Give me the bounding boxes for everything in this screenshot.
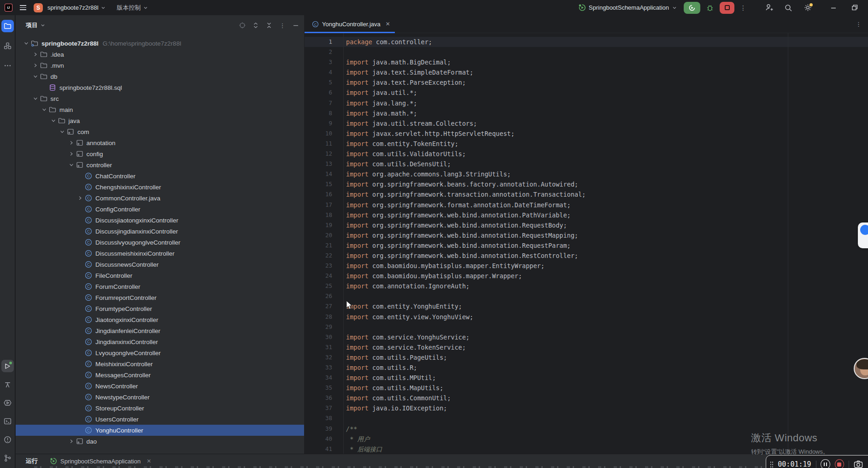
code-line[interactable]: 18import org.springframework.web.bind.an… (305, 210, 868, 220)
tree-item-springboote7z2r88l[interactable]: springboote7z2r88lG:\home\springboote7z2… (16, 38, 304, 49)
code-line[interactable]: 40 * 用户 (305, 434, 868, 444)
edge-floating-widget[interactable] (858, 222, 868, 248)
main-menu-button[interactable] (17, 2, 29, 14)
run-tab-close-icon[interactable]: ✕ (147, 458, 151, 464)
chevron-expanded-icon[interactable] (69, 162, 74, 168)
tree-item-meishixinxicontroller[interactable]: CMeishixinxiController (16, 358, 304, 369)
tree-item-lvyougonglvecontroller[interactable]: CLvyougonglveController (16, 347, 304, 358)
code-line[interactable]: 33import com.utils.R; (305, 363, 868, 373)
chevron-collapsed-icon[interactable] (69, 151, 74, 157)
code-line[interactable]: 19import org.springframework.web.bind.an… (305, 220, 868, 230)
tab-close-icon[interactable]: ✕ (386, 21, 390, 27)
tree-item-messagescontroller[interactable]: CMessagesController (16, 369, 304, 380)
tree-item-forumreportcontroller[interactable]: CForumreportController (16, 292, 304, 303)
search-everywhere-button[interactable] (782, 2, 794, 14)
expand-all-button[interactable] (251, 21, 260, 30)
chevron-collapsed-icon[interactable] (33, 63, 38, 68)
tree-item-discusslvyougonglvecontroller[interactable]: CDiscusslvyougonglveController (16, 237, 304, 248)
stop-button[interactable] (720, 2, 734, 14)
code-line[interactable]: 8import java.math.*; (305, 108, 868, 118)
tree-item-storeupcontroller[interactable]: CStoreupController (16, 403, 304, 414)
code-line[interactable]: 16import org.springframework.transaction… (305, 189, 868, 199)
code-line[interactable]: 41 * 后端接口 (305, 444, 868, 454)
chevron-collapsed-icon[interactable] (33, 52, 38, 57)
code-line[interactable]: 21import org.springframework.web.bind.an… (305, 240, 868, 251)
tree-item-discussnewscontroller[interactable]: CDiscussnewsController (16, 259, 304, 270)
tree-item-main[interactable]: main (16, 104, 304, 115)
run-tool-window-title[interactable]: 运行 (26, 457, 38, 465)
drag-handle[interactable] (770, 461, 773, 468)
tree-item-newscontroller[interactable]: CNewsController (16, 380, 304, 392)
code-line[interactable]: 27import com.entity.YonghuEntity; (305, 301, 868, 311)
restore-window-button[interactable] (848, 2, 862, 14)
code-line[interactable]: 32import com.utils.PageUtils; (305, 352, 868, 363)
locate-file-button[interactable] (238, 21, 247, 30)
run-tab-springbootschemaapplication[interactable]: SpringbootSchemaApplication ✕ (50, 457, 151, 465)
code-line[interactable]: 25import com.annotation.IgnoreAuth; (305, 281, 868, 291)
stop-recording-button[interactable] (835, 459, 844, 468)
tree-item-discussmeishixinxicontroller[interactable]: CDiscussmeishixinxiController (16, 248, 304, 259)
code-line[interactable]: 17import org.springframework.format.anno… (305, 200, 868, 210)
code-line[interactable]: 20import org.springframework.web.bind.an… (305, 230, 868, 240)
code-line[interactable]: 28import com.entity.view.YonghuView; (305, 312, 868, 322)
chevron-expanded-icon[interactable] (33, 96, 38, 101)
tree-item-springboote7z2r88l-sql[interactable]: springboote7z2r88l.sql (16, 82, 304, 93)
code-line[interactable]: 14import org.apache.commons.lang3.String… (305, 169, 868, 179)
code-line[interactable]: 26 (305, 291, 868, 301)
tool-services-button[interactable] (1, 397, 14, 409)
tree-item-java[interactable]: java (16, 115, 304, 126)
code-line[interactable]: 10import javax.servlet.http.HttpServletR… (305, 129, 868, 139)
chevron-collapsed-icon[interactable] (77, 195, 83, 201)
tree-item-configcontroller[interactable]: CConfigController (16, 204, 304, 215)
code-line[interactable]: 30import com.service.YonghuService; (305, 332, 868, 342)
tree-item-dao[interactable]: dao (16, 436, 304, 447)
screenshot-button[interactable] (854, 460, 863, 468)
project-name-widget[interactable]: springboote7z2r88l (47, 4, 106, 11)
chevron-expanded-icon[interactable] (59, 129, 65, 135)
pause-recording-button[interactable] (821, 459, 830, 468)
tree-item--idea[interactable]: .idea (16, 49, 304, 60)
panel-options-menu[interactable]: ⋮ (278, 21, 287, 30)
tree-item-jiaotongxinxicontroller[interactable]: CJiaotongxinxiController (16, 314, 304, 325)
code-line[interactable]: 35import com.utils.MapUtils; (305, 383, 868, 393)
tree-item--mvn[interactable]: .mvn (16, 60, 304, 71)
code-line[interactable]: 39/** (305, 424, 868, 434)
tool-structure-button[interactable] (1, 40, 14, 52)
code-line[interactable]: 15import org.springframework.beans.facto… (305, 179, 868, 189)
project-panel-title[interactable]: 项目 (26, 21, 46, 29)
tree-item-forumcontroller[interactable]: CForumController (16, 281, 304, 292)
run-configuration-selector[interactable]: SpringbootSchemaApplication (578, 4, 677, 12)
code-line[interactable]: 34import com.utils.MPUtil; (305, 373, 868, 383)
chevron-expanded-icon[interactable] (23, 41, 29, 46)
code-line[interactable]: 6import java.util.*; (305, 88, 868, 98)
tree-item-discussjingdianxinxicontroller[interactable]: CDiscussjingdianxinxiController (16, 226, 304, 237)
tree-item-com[interactable]: com (16, 126, 304, 137)
tool-problems-button[interactable] (1, 433, 14, 446)
tree-item-forumtypecontroller[interactable]: CForumtypeController (16, 303, 304, 314)
code-line[interactable]: 3import java.math.BigDecimal; (305, 57, 868, 67)
tree-item-filecontroller[interactable]: CFileController (16, 270, 304, 281)
tree-item-db[interactable]: db (16, 71, 304, 82)
tree-item-chengshixinxicontroller[interactable]: CChengshixinxiController (16, 181, 304, 193)
code-line[interactable]: 24import com.baomidou.mybatisplus.mapper… (305, 271, 868, 281)
editor-options-menu[interactable]: ⋮ (856, 15, 862, 33)
tool-run-button[interactable] (1, 360, 14, 372)
tool-project-button[interactable] (1, 20, 14, 32)
tree-item-controller[interactable]: controller (16, 159, 304, 170)
code-line[interactable]: 22import org.springframework.web.bind.an… (305, 251, 868, 261)
tree-item-jingdianfenleicontroller[interactable]: CJingdianfenleiController (16, 325, 304, 336)
code-editor[interactable]: 1package com.controller;23import java.ma… (305, 33, 868, 454)
chevron-collapsed-icon[interactable] (69, 439, 74, 444)
chevron-expanded-icon[interactable] (33, 74, 38, 79)
tree-item-newstypecontroller[interactable]: CNewstypeController (16, 392, 304, 403)
debug-button[interactable] (704, 2, 716, 14)
tab-yonghucontroller[interactable]: C YonghuController.java ✕ (305, 15, 395, 33)
hide-panel-button[interactable] (291, 21, 300, 30)
minimize-window-button[interactable] (827, 2, 840, 14)
code-line[interactable]: 36import com.utils.CommonUtil; (305, 393, 868, 403)
collapse-all-button[interactable] (264, 21, 274, 30)
code-line[interactable]: 23import com.baomidou.mybatisplus.mapper… (305, 261, 868, 271)
tool-more-button[interactable] (1, 59, 14, 72)
chevron-expanded-icon[interactable] (51, 118, 56, 123)
code-line[interactable]: 11import com.entity.TokenEntity; (305, 139, 868, 149)
